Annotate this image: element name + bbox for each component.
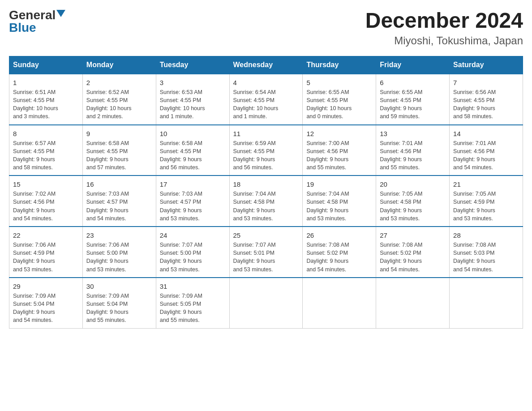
day-info: Sunrise: 7:07 AMSunset: 5:00 PMDaylight:… bbox=[160, 242, 202, 273]
day-number: 9 bbox=[86, 129, 152, 138]
table-row: 2 Sunrise: 6:52 AMSunset: 4:55 PMDayligh… bbox=[82, 74, 156, 125]
day-number: 7 bbox=[453, 78, 519, 87]
day-info: Sunrise: 7:04 AMSunset: 4:58 PMDaylight:… bbox=[306, 191, 349, 222]
table-row: 24 Sunrise: 7:07 AMSunset: 5:00 PMDaylig… bbox=[156, 227, 229, 278]
table-row: 4 Sunrise: 6:54 AMSunset: 4:55 PMDayligh… bbox=[229, 74, 303, 125]
day-info: Sunrise: 7:08 AMSunset: 5:03 PMDaylight:… bbox=[453, 242, 496, 273]
table-row bbox=[376, 278, 450, 328]
day-number: 10 bbox=[160, 129, 226, 138]
day-number: 26 bbox=[306, 231, 372, 240]
day-info: Sunrise: 7:05 AMSunset: 4:59 PMDaylight:… bbox=[453, 191, 496, 222]
day-number: 1 bbox=[13, 78, 79, 87]
day-number: 27 bbox=[380, 231, 446, 240]
table-row: 31 Sunrise: 7:09 AMSunset: 5:05 PMDaylig… bbox=[156, 278, 229, 328]
day-info: Sunrise: 6:55 AMSunset: 4:55 PMDaylight:… bbox=[380, 89, 422, 120]
day-number: 29 bbox=[13, 282, 79, 291]
day-number: 15 bbox=[13, 180, 79, 189]
day-number: 8 bbox=[13, 129, 79, 138]
logo-triangle-icon bbox=[56, 10, 65, 17]
day-info: Sunrise: 7:06 AMSunset: 4:59 PMDaylight:… bbox=[13, 242, 56, 273]
calendar-week-row: 29 Sunrise: 7:09 AMSunset: 5:04 PMDaylig… bbox=[9, 278, 523, 328]
day-number: 11 bbox=[233, 129, 299, 138]
day-number: 6 bbox=[380, 78, 446, 87]
day-info: Sunrise: 6:57 AMSunset: 4:55 PMDaylight:… bbox=[13, 140, 56, 171]
day-info: Sunrise: 7:03 AMSunset: 4:57 PMDaylight:… bbox=[160, 191, 202, 222]
day-number: 19 bbox=[306, 180, 372, 189]
table-row: 10 Sunrise: 6:58 AMSunset: 4:55 PMDaylig… bbox=[156, 125, 229, 176]
day-info: Sunrise: 7:08 AMSunset: 5:02 PMDaylight:… bbox=[306, 242, 349, 273]
day-info: Sunrise: 7:03 AMSunset: 4:57 PMDaylight:… bbox=[86, 191, 129, 222]
day-info: Sunrise: 7:01 AMSunset: 4:56 PMDaylight:… bbox=[453, 140, 496, 171]
day-info: Sunrise: 6:52 AMSunset: 4:55 PMDaylight:… bbox=[86, 89, 132, 120]
day-info: Sunrise: 7:09 AMSunset: 5:04 PMDaylight:… bbox=[86, 293, 129, 324]
day-info: Sunrise: 7:01 AMSunset: 4:56 PMDaylight:… bbox=[380, 140, 422, 171]
table-row: 13 Sunrise: 7:01 AMSunset: 4:56 PMDaylig… bbox=[376, 125, 450, 176]
table-row: 28 Sunrise: 7:08 AMSunset: 5:03 PMDaylig… bbox=[450, 227, 523, 278]
table-row: 6 Sunrise: 6:55 AMSunset: 4:55 PMDayligh… bbox=[376, 74, 450, 125]
table-row: 16 Sunrise: 7:03 AMSunset: 4:57 PMDaylig… bbox=[82, 176, 156, 227]
table-row: 30 Sunrise: 7:09 AMSunset: 5:04 PMDaylig… bbox=[82, 278, 156, 328]
day-number: 16 bbox=[86, 180, 152, 189]
day-info: Sunrise: 6:55 AMSunset: 4:55 PMDaylight:… bbox=[306, 89, 352, 120]
day-info: Sunrise: 7:08 AMSunset: 5:02 PMDaylight:… bbox=[380, 242, 422, 273]
day-number: 3 bbox=[160, 78, 226, 87]
table-row: 23 Sunrise: 7:06 AMSunset: 5:00 PMDaylig… bbox=[82, 227, 156, 278]
table-row: 12 Sunrise: 7:00 AMSunset: 4:56 PMDaylig… bbox=[303, 125, 376, 176]
day-info: Sunrise: 6:51 AMSunset: 4:55 PMDaylight:… bbox=[13, 89, 58, 120]
day-number: 25 bbox=[233, 231, 299, 240]
table-row: 25 Sunrise: 7:07 AMSunset: 5:01 PMDaylig… bbox=[229, 227, 303, 278]
table-row: 19 Sunrise: 7:04 AMSunset: 4:58 PMDaylig… bbox=[303, 176, 376, 227]
table-row: 9 Sunrise: 6:58 AMSunset: 4:55 PMDayligh… bbox=[82, 125, 156, 176]
day-number: 20 bbox=[380, 180, 446, 189]
col-sunday: Sunday bbox=[9, 56, 83, 74]
table-row: 15 Sunrise: 7:02 AMSunset: 4:56 PMDaylig… bbox=[9, 176, 83, 227]
col-thursday: Thursday bbox=[303, 56, 376, 74]
calendar-week-row: 8 Sunrise: 6:57 AMSunset: 4:55 PMDayligh… bbox=[9, 125, 523, 176]
day-number: 4 bbox=[233, 78, 299, 87]
day-number: 12 bbox=[306, 129, 372, 138]
day-number: 14 bbox=[453, 129, 519, 138]
day-number: 13 bbox=[380, 129, 446, 138]
col-tuesday: Tuesday bbox=[156, 56, 229, 74]
table-row: 18 Sunrise: 7:04 AMSunset: 4:58 PMDaylig… bbox=[229, 176, 303, 227]
calendar-header-row: Sunday Monday Tuesday Wednesday Thursday… bbox=[9, 56, 523, 74]
table-row: 29 Sunrise: 7:09 AMSunset: 5:04 PMDaylig… bbox=[9, 278, 83, 328]
table-row: 3 Sunrise: 6:53 AMSunset: 4:55 PMDayligh… bbox=[156, 74, 229, 125]
logo-blue-text: Blue bbox=[9, 21, 36, 34]
calendar-week-row: 22 Sunrise: 7:06 AMSunset: 4:59 PMDaylig… bbox=[9, 227, 523, 278]
table-row: 20 Sunrise: 7:05 AMSunset: 4:58 PMDaylig… bbox=[376, 176, 450, 227]
day-number: 28 bbox=[453, 231, 519, 240]
month-year-title: December 2024 bbox=[365, 9, 523, 33]
table-row: 5 Sunrise: 6:55 AMSunset: 4:55 PMDayligh… bbox=[303, 74, 376, 125]
table-row: 27 Sunrise: 7:08 AMSunset: 5:02 PMDaylig… bbox=[376, 227, 450, 278]
logo: General Blue bbox=[9, 9, 65, 34]
col-wednesday: Wednesday bbox=[229, 56, 303, 74]
day-number: 5 bbox=[306, 78, 372, 87]
day-number: 21 bbox=[453, 180, 519, 189]
day-number: 31 bbox=[160, 282, 226, 291]
day-number: 30 bbox=[86, 282, 152, 291]
calendar-table: Sunday Monday Tuesday Wednesday Thursday… bbox=[9, 56, 523, 329]
day-number: 18 bbox=[233, 180, 299, 189]
day-number: 22 bbox=[13, 231, 79, 240]
day-info: Sunrise: 6:58 AMSunset: 4:55 PMDaylight:… bbox=[160, 140, 202, 171]
table-row bbox=[450, 278, 523, 328]
col-saturday: Saturday bbox=[450, 56, 523, 74]
table-row bbox=[229, 278, 303, 328]
day-info: Sunrise: 7:09 AMSunset: 5:05 PMDaylight:… bbox=[160, 293, 202, 324]
table-row: 11 Sunrise: 6:59 AMSunset: 4:55 PMDaylig… bbox=[229, 125, 303, 176]
title-block: December 2024 Miyoshi, Tokushima, Japan bbox=[365, 9, 523, 47]
table-row: 1 Sunrise: 6:51 AMSunset: 4:55 PMDayligh… bbox=[9, 74, 83, 125]
day-info: Sunrise: 6:53 AMSunset: 4:55 PMDaylight:… bbox=[160, 89, 205, 120]
day-info: Sunrise: 7:05 AMSunset: 4:58 PMDaylight:… bbox=[380, 191, 422, 222]
day-info: Sunrise: 7:06 AMSunset: 5:00 PMDaylight:… bbox=[86, 242, 129, 273]
table-row: 21 Sunrise: 7:05 AMSunset: 4:59 PMDaylig… bbox=[450, 176, 523, 227]
day-info: Sunrise: 6:56 AMSunset: 4:55 PMDaylight:… bbox=[453, 89, 496, 120]
table-row: 26 Sunrise: 7:08 AMSunset: 5:02 PMDaylig… bbox=[303, 227, 376, 278]
col-friday: Friday bbox=[376, 56, 450, 74]
table-row: 8 Sunrise: 6:57 AMSunset: 4:55 PMDayligh… bbox=[9, 125, 83, 176]
table-row bbox=[303, 278, 376, 328]
logo-general-text: General bbox=[9, 9, 56, 21]
day-info: Sunrise: 6:59 AMSunset: 4:55 PMDaylight:… bbox=[233, 140, 276, 171]
day-number: 17 bbox=[160, 180, 226, 189]
